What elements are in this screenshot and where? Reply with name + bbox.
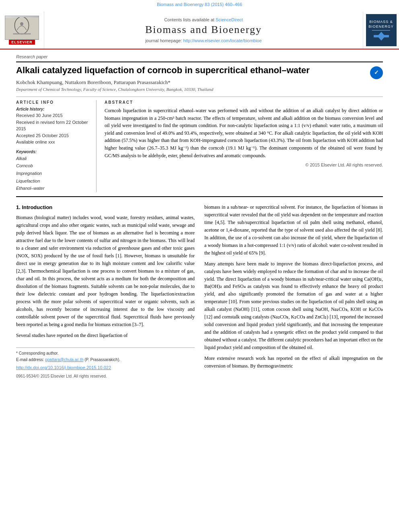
logo-top-text: BIOMASS & BIOENERGY — [367, 20, 395, 29]
footer-email: E-mail address: ppattara@chula.ac.th (P.… — [16, 357, 195, 363]
elsevier-image — [5, 16, 39, 40]
svg-point-2 — [20, 22, 23, 25]
logo-icon — [374, 32, 389, 41]
abstract-header: ABSTRACT — [105, 100, 383, 105]
history-label: Article history: — [16, 107, 90, 111]
article-title: Alkali catalyzed liquefaction of corncob… — [16, 65, 365, 76]
affiliation: Department of Chemical Technology, Facul… — [16, 87, 383, 92]
contents-available-line: Contents lists available at ScienceDirec… — [164, 17, 243, 22]
journal-logo-area: BIOMASS & BIOENERGY — [363, 12, 399, 49]
keyword-liquefaction: Liquefaction — [16, 177, 90, 185]
keyword-impregnation: Impregnation — [16, 170, 90, 177]
journal-center-header: Contents lists available at ScienceDirec… — [44, 12, 363, 49]
intro-para-2: Several studies have reported on the dir… — [16, 332, 195, 339]
logo-separator — [372, 30, 391, 31]
top-bar: Biomass and Bioenergy 83 (2015) 460–466 — [0, 0, 399, 8]
article-info-col: ARTICLE INFO Article history: Received 3… — [16, 100, 97, 192]
revised-date: Received in revised form 22 October 2015 — [16, 119, 90, 132]
journal-title: Biomass and Bioenergy — [145, 24, 262, 36]
footer-star-note: * Corresponding author. — [16, 350, 195, 357]
journal-logo-box: BIOMASS & BIOENERGY — [366, 14, 397, 46]
article-info-section: ARTICLE INFO Article history: Received 3… — [16, 97, 383, 192]
svg-marker-6 — [378, 37, 384, 41]
article-type: Research paper — [16, 54, 383, 59]
journal-header: ELSEVIER Contents lists available at Sci… — [0, 8, 399, 49]
right-para-2: Many attempts have been made to improve … — [204, 260, 383, 351]
body-two-col: 1. Introduction Biomass (biological matt… — [16, 203, 383, 380]
abstract-col: ABSTRACT Corncob liquefaction in supercr… — [97, 100, 383, 192]
journal-homepage: journal homepage: http://www.elsevier.co… — [145, 38, 261, 43]
svg-rect-3 — [13, 33, 31, 35]
accepted-date: Accepted 25 October 2015 — [16, 132, 90, 139]
svg-rect-0 — [5, 18, 39, 39]
keywords-label: Keywords: — [16, 150, 90, 154]
received-date: Received 30 June 2015 — [16, 112, 90, 119]
journal-ref: Biomass and Bioenergy 83 (2015) 460–466 — [157, 2, 242, 7]
crossmark-badge: ✓ — [370, 66, 383, 79]
body-left-col: 1. Introduction Biomass (biological matt… — [16, 203, 195, 380]
sciencedirect-link[interactable]: ScienceDirect — [216, 17, 243, 22]
svg-rect-4 — [374, 35, 389, 37]
abstract-text: Corncob liquefaction in supercritical et… — [105, 107, 383, 159]
authors: Kobchok Khampuang, Nuttakorn Boreriboon,… — [16, 79, 383, 86]
online-date: Available online xxx — [16, 139, 90, 146]
svg-marker-5 — [378, 32, 384, 35]
article-info-header: ARTICLE INFO — [16, 100, 90, 105]
body-right-col: biomass in a sub/near- or supercritical … — [204, 203, 383, 380]
keyword-alkali: Alkali — [16, 155, 90, 162]
footer-area: * Corresponding author. E-mail address: … — [16, 347, 195, 380]
elsevier-logo: ELSEVIER — [5, 16, 39, 45]
keyword-ethanol-water: Ethanol–water — [16, 185, 90, 192]
main-content: Research paper Alkali catalyzed liquefac… — [0, 54, 399, 379]
intro-para-1: Biomass (biological matter) includes woo… — [16, 214, 195, 328]
right-para-3: More extensive research work has reporte… — [204, 355, 383, 370]
title-top-divider — [16, 62, 383, 62]
intro-section-title: 1. Introduction — [16, 203, 195, 212]
keyword-corncob: Corncob — [16, 162, 90, 170]
footer-issn: 0961-9534/© 2015 Elsevier Ltd. All right… — [16, 373, 195, 380]
doi-link[interactable]: http://dx.doi.org/10.1016/j.biombioe.201… — [16, 364, 195, 371]
keywords-list: Alkali Corncob Impregnation Liquefaction… — [16, 155, 90, 192]
right-para-1: biomass in a sub/near- or supercritical … — [204, 203, 383, 257]
copyright: © 2015 Elsevier Ltd. All rights reserved… — [105, 162, 383, 167]
content-divider — [16, 196, 383, 197]
elsevier-text: ELSEVIER — [9, 40, 35, 45]
footer-email-link[interactable]: ppattara@chula.ac.th — [45, 357, 83, 362]
homepage-link[interactable]: http://www.elsevier.com/locate/biombioe — [183, 38, 262, 43]
elsevier-logo-area: ELSEVIER — [0, 12, 44, 49]
